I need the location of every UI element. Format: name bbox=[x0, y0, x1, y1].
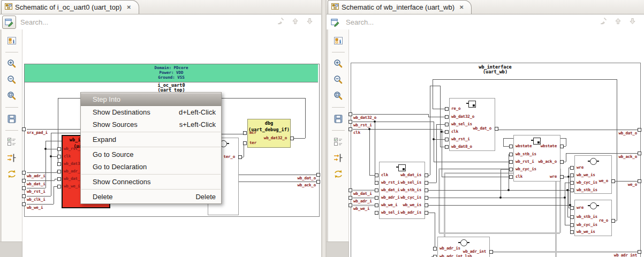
zoom-in-button[interactable] bbox=[331, 57, 345, 71]
menu-item-show-destinations[interactable]: Show Destinationsd+Left-Click bbox=[81, 106, 221, 118]
port-stub bbox=[445, 123, 449, 126]
menu-item-delete[interactable]: DeleteDelete bbox=[81, 191, 221, 203]
zoom-out-button[interactable] bbox=[331, 73, 345, 87]
edit-select-button[interactable] bbox=[329, 16, 342, 28]
clear-search-button[interactable] bbox=[599, 17, 608, 27]
port-stub bbox=[489, 250, 493, 254]
schematic-toolbar: i bbox=[0, 29, 22, 242]
wire bbox=[440, 86, 441, 147]
svg-text:i: i bbox=[13, 39, 15, 44]
save-button[interactable] bbox=[5, 112, 19, 126]
port-stub bbox=[57, 147, 61, 151]
port-label: wb_adr_is bbox=[379, 210, 421, 215]
trace-signals-button[interactable] bbox=[5, 151, 19, 165]
zoom-in-button[interactable] bbox=[5, 57, 19, 71]
pane-splitter[interactable] bbox=[321, 0, 327, 257]
menu-item-label: Delete bbox=[93, 193, 113, 201]
port-stub bbox=[375, 173, 378, 177]
tab-close-icon[interactable]: ✕ bbox=[126, 4, 131, 10]
wire bbox=[27, 196, 51, 196]
edge-port-stub bbox=[348, 112, 352, 116]
port-stub bbox=[509, 168, 513, 171]
port-stub bbox=[509, 145, 513, 148]
menu-item-go-to-declaration[interactable]: Go to Declaration bbox=[81, 161, 221, 173]
next-match-button[interactable] bbox=[306, 17, 314, 27]
wire bbox=[439, 232, 560, 234]
port-stub bbox=[375, 203, 378, 207]
menu-item-shortcut: s+Left-Click bbox=[163, 120, 216, 128]
port-stub bbox=[375, 188, 378, 192]
edge-port-label: srx_pad_i bbox=[27, 130, 48, 135]
port-label: re_o bbox=[574, 218, 608, 223]
menu-separator bbox=[81, 189, 221, 190]
port-label: wb_adr_i bbox=[64, 169, 82, 173]
port-stub bbox=[495, 127, 498, 131]
swap-refresh-button[interactable] bbox=[5, 167, 19, 181]
save-button[interactable] bbox=[331, 112, 345, 126]
clear-search-button[interactable] bbox=[276, 17, 285, 27]
schematic-canvas[interactable]: wb_interface(uart_wb)clkwb_rst_iwb_dat_i… bbox=[327, 29, 644, 257]
port-stub bbox=[243, 131, 247, 135]
properties-button[interactable]: i bbox=[5, 34, 19, 48]
menu-item-show-sources[interactable]: Show Sourcess+Left-Click bbox=[81, 118, 221, 131]
port-stub bbox=[570, 173, 574, 177]
zoom-fit-button[interactable] bbox=[331, 89, 345, 103]
port-stub bbox=[425, 173, 428, 177]
wire bbox=[436, 124, 437, 183]
port-label: wb_stb_is bbox=[577, 187, 597, 192]
edge-port-label: wb_dat_i bbox=[27, 182, 46, 186]
wire bbox=[438, 169, 440, 233]
port-stub bbox=[425, 203, 428, 207]
port-stub bbox=[57, 177, 61, 181]
port-label: wre bbox=[577, 165, 584, 170]
filter-options-button[interactable] bbox=[5, 135, 19, 149]
search-input[interactable] bbox=[345, 18, 599, 27]
domain-header: Domain: PDcorePower: VDDGround: VSS bbox=[25, 64, 318, 82]
port-label: wb_we_i bbox=[64, 184, 80, 188]
menu-item-go-to-source[interactable]: Go to Source bbox=[81, 148, 221, 161]
tab-schematic-uart-top[interactable]: Schematic of i_oc_uart0 (uart_top) ✕ bbox=[1, 0, 139, 14]
swap-refresh-button[interactable] bbox=[331, 167, 345, 181]
wire bbox=[353, 122, 434, 122]
wire-junction bbox=[499, 196, 502, 199]
wire-junction bbox=[507, 189, 510, 191]
menu-item-show-connections[interactable]: Show Connections bbox=[81, 176, 221, 188]
edge-port-label: wb_dat_o bbox=[270, 176, 316, 180]
edge-port-label: wb_ack_o bbox=[592, 154, 637, 159]
toolbar-separator bbox=[332, 107, 345, 108]
previous-match-button[interactable] bbox=[291, 17, 299, 27]
port-label: wb_cyc_is bbox=[577, 222, 597, 227]
zoom-fit-button[interactable] bbox=[5, 89, 19, 103]
edge-port-stub bbox=[638, 128, 641, 132]
edge-port-stub bbox=[348, 120, 352, 124]
tab-close-icon[interactable]: ✕ bbox=[459, 4, 464, 10]
edge-port-stub bbox=[348, 127, 352, 131]
wire-junction bbox=[441, 131, 443, 133]
next-match-button[interactable] bbox=[628, 17, 637, 27]
properties-button[interactable]: i bbox=[331, 34, 345, 48]
port-stub bbox=[57, 162, 61, 166]
edge-port-stub bbox=[316, 173, 320, 177]
search-input[interactable] bbox=[19, 18, 276, 27]
edge-port-stub bbox=[638, 152, 641, 155]
filter-options-button[interactable] bbox=[331, 135, 345, 149]
edge-port-label: wb_rst_i bbox=[27, 189, 46, 194]
zoom-out-button[interactable] bbox=[5, 73, 19, 87]
port-label: mcr bbox=[249, 130, 256, 135]
wire-junction bbox=[564, 196, 566, 199]
menu-item-expand[interactable]: Expand bbox=[81, 133, 221, 146]
edge-port-label: wb_dat32_o bbox=[353, 115, 376, 120]
schematic-tab-icon bbox=[5, 3, 12, 12]
previous-match-button[interactable] bbox=[614, 17, 622, 27]
tab-schematic-uart-wb[interactable]: Schematic of wb_interface (uart_wb) ✕ bbox=[328, 0, 472, 14]
edit-select-button[interactable] bbox=[2, 16, 16, 29]
port-stub bbox=[375, 181, 378, 185]
menu-item-label: Show Connections bbox=[93, 178, 150, 186]
menu-item-step-into[interactable]: Step Into bbox=[81, 93, 221, 106]
trace-signals-button[interactable] bbox=[331, 151, 345, 165]
menu-item-shortcut: Delete bbox=[179, 193, 216, 201]
wire bbox=[503, 138, 504, 146]
port-stub bbox=[445, 145, 449, 149]
menu-item-label: Step Into bbox=[93, 95, 120, 103]
port-stub bbox=[570, 230, 574, 234]
